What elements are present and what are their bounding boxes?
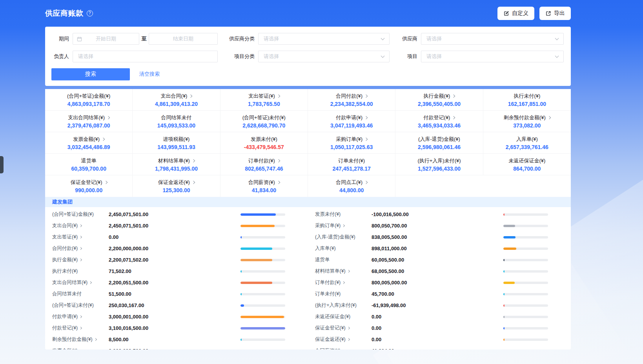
group-header[interactable]: 建发集团 (45, 197, 571, 207)
detail-row-value: 3,002,022,500.00 (109, 348, 240, 349)
help-icon[interactable]: ? (87, 10, 93, 16)
progress-bar-track (240, 327, 285, 329)
progress-bar-fill (503, 259, 505, 261)
summary-cell-label: 支出签证(¥) (248, 93, 280, 100)
detail-row: 合同付款(¥)2,200,000,000.00 (45, 243, 308, 254)
customize-button[interactable]: 自定义 (497, 7, 534, 20)
detail-row-label[interactable]: 剩余预付款金额(¥) (52, 336, 109, 343)
summary-cell[interactable]: 支出合同结算(¥)2,379,476,087.00 (45, 111, 133, 132)
detail-row-label[interactable]: 保证金登记(¥) (315, 325, 372, 331)
clear-search-link[interactable]: 清空搜索 (139, 71, 160, 78)
owner-select[interactable]: 请选择 (73, 51, 218, 62)
summary-cell-value: 2,596,980,061.46 (418, 144, 461, 150)
summary-cell-label: (入库-退货)金额(¥) (418, 136, 460, 143)
detail-row-label[interactable]: 合同薪资(¥) (315, 348, 372, 349)
summary-cell-value: 373,082.00 (513, 122, 541, 129)
select-placeholder: 请选择 (264, 53, 279, 60)
chevron-right-icon (347, 327, 350, 329)
summary-cell[interactable]: 订单付款(¥)802,665,747.46 (220, 154, 308, 175)
detail-row-label[interactable]: 合同付款(¥) (52, 245, 109, 252)
summary-cell-value: 3,032,454,486.89 (67, 144, 110, 150)
detail-row-label[interactable]: 付款申请(¥) (52, 313, 109, 320)
summary-cell[interactable]: 合同薪资(¥)41,834.00 (220, 175, 308, 197)
progress-bar-fill (503, 293, 505, 295)
summary-cell-value: 125,300.00 (162, 187, 190, 193)
summary-cell[interactable]: 合同付款(¥)2,234,382,554.00 (308, 89, 395, 111)
supplier-select[interactable]: 请选择 (421, 33, 564, 45)
chevron-right-icon (364, 137, 368, 140)
progress-bar-fill (503, 236, 515, 238)
progress-bar-fill (503, 282, 515, 284)
chevron-right-icon (277, 159, 280, 162)
customize-button-label: 自定义 (512, 10, 528, 17)
summary-cell[interactable]: 采购订单(¥)1,050,117,025.63 (308, 132, 395, 154)
summary-cell[interactable]: 材料结算单(¥)1,798,431,995.00 (133, 154, 220, 175)
progress-bar-track (240, 225, 285, 227)
summary-cell-value: 2,234,382,554.00 (330, 101, 373, 107)
summary-cell-label: 入库单(¥) (516, 136, 538, 143)
detail-row-label[interactable]: 材料结算单(¥) (315, 268, 372, 275)
progress-bar-track (503, 259, 548, 261)
summary-cell[interactable]: 保证金返还(¥)125,300.00 (133, 175, 220, 197)
chevron-right-icon (79, 236, 82, 238)
detail-row: 付款登记(¥)3,100,016,500.00 (45, 322, 308, 334)
detail-row-label[interactable]: 支出合同结算(¥) (52, 279, 109, 286)
chevron-right-icon (94, 338, 97, 341)
summary-cell[interactable]: 付款登记(¥)3,465,934,033.46 (395, 111, 483, 132)
detail-row-label[interactable]: 保证金返还(¥) (315, 336, 372, 343)
summary-cell-label: 发票金额(¥) (73, 136, 104, 143)
progress-bar-track (503, 248, 548, 250)
summary-cell: 合同结算未付145,093,533.00 (133, 111, 220, 132)
summary-cell-value: 1,783,765.50 (248, 101, 280, 107)
export-button[interactable]: 导出 (539, 7, 571, 20)
summary-cell[interactable]: 支出签证(¥)1,783,765.50 (220, 89, 308, 111)
progress-bar-fill (503, 316, 505, 318)
project-category-label: 项目分类 (218, 53, 258, 60)
summary-cell[interactable]: 合同点工(¥)44,800.00 (308, 175, 395, 197)
summary-cell: 执行未付(¥)162,167,851.00 (483, 89, 571, 111)
detail-row-label: 退货单 (315, 257, 372, 263)
summary-cell-label: 订单未付(¥) (338, 157, 365, 164)
detail-row-label[interactable]: 支出签证(¥) (52, 234, 109, 240)
summary-cell[interactable]: 执行金额(¥)2,396,550,405.00 (395, 89, 483, 111)
content-area: 供应商账款 ? 自定义 (45, 0, 571, 349)
summary-cell[interactable]: 剩余预付款金额(¥)373,082.00 (483, 111, 571, 132)
detail-row: 未返还保证金(¥)0.00 (308, 311, 571, 322)
chevron-right-icon (364, 181, 368, 184)
detail-row: 采购订单(¥)800,050,700.00 (308, 220, 571, 231)
progress-bar-fill (503, 327, 505, 329)
detail-row: 订单未付(¥)45,700.00 (308, 288, 571, 300)
calendar-icon (77, 36, 82, 42)
progress-bar-fill (240, 304, 244, 307)
end-date-input[interactable]: 结束日期 (149, 33, 218, 45)
export-button-label: 导出 (554, 10, 565, 17)
detail-row-value: 68,005,500.00 (372, 268, 503, 274)
chevron-right-icon (79, 315, 82, 318)
search-button[interactable]: 搜索 (51, 68, 130, 80)
project-select[interactable]: 请选择 (421, 51, 564, 62)
detail-row-label[interactable]: 支出合同(¥) (52, 222, 109, 229)
detail-row-label[interactable]: 发票金额(¥) (52, 348, 109, 349)
detail-row-value: 2,200,000,000.00 (109, 246, 240, 251)
summary-cell[interactable]: 付款申请(¥)3,047,119,493.46 (308, 111, 395, 132)
detail-row-value: 3,100,016,500.00 (109, 325, 240, 331)
detail-row-label[interactable]: 付款登记(¥) (52, 325, 109, 331)
summary-cell-value: 3,465,934,033.46 (418, 122, 461, 129)
detail-row-label[interactable]: 采购订单(¥) (315, 222, 372, 229)
chevron-right-icon (277, 94, 280, 97)
supplier-category-select[interactable]: 请选择 (258, 33, 390, 45)
progress-bar-track (503, 327, 548, 329)
summary-cell[interactable]: 发票金额(¥)3,032,454,486.89 (45, 132, 133, 154)
summary-cell[interactable]: 保证金登记(¥)990,000.00 (45, 175, 133, 197)
project-label: 项目 (390, 53, 421, 60)
chevron-right-icon (89, 281, 92, 284)
start-date-input[interactable]: 开始日期 (73, 33, 139, 45)
summary-cell-value: 1,527,596,433.00 (418, 166, 461, 172)
progress-bar-track (240, 282, 285, 284)
detail-row-label[interactable]: 订单付款(¥) (315, 279, 372, 286)
detail-row-value: 71,502.00 (109, 268, 240, 274)
summary-cell[interactable]: 支出合同(¥)4,861,309,413.20 (133, 89, 220, 111)
project-category-select[interactable]: 请选择 (258, 51, 390, 62)
sidebar-drawer-handle[interactable] (0, 156, 4, 173)
detail-row-label[interactable]: 执行金额(¥) (52, 257, 109, 263)
